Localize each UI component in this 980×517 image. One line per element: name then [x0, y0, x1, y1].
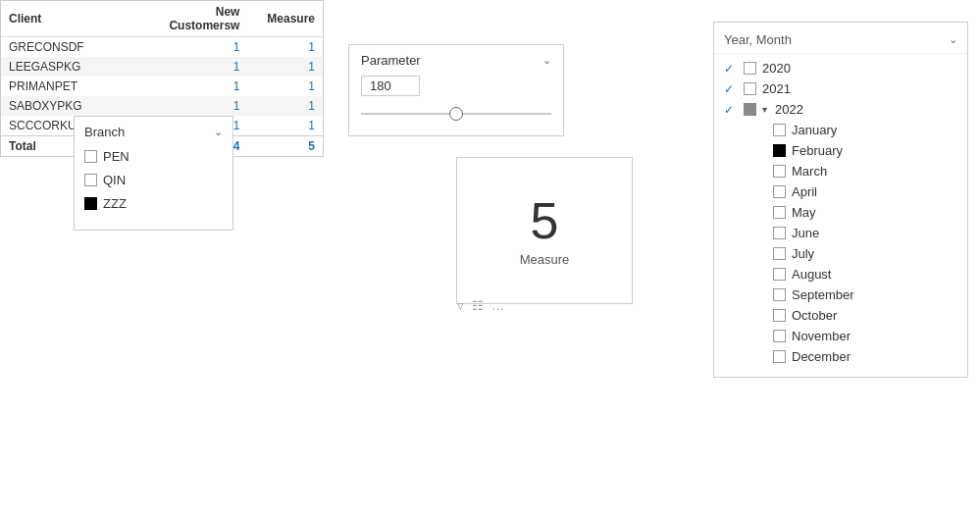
month-checkbox[interactable] — [773, 165, 786, 178]
cell-measure: 1 — [247, 77, 323, 96]
month-checkbox[interactable] — [773, 144, 786, 157]
yearmonth-month-february[interactable]: February — [714, 140, 967, 161]
parameter-value-row: 180 — [361, 76, 551, 96]
month-label: September — [792, 287, 854, 302]
year-checkbox[interactable] — [744, 103, 756, 116]
filter-icon[interactable]: ▿ — [457, 298, 464, 313]
yearmonth-month-november[interactable]: November — [714, 326, 967, 346]
year-checkbox[interactable] — [744, 82, 756, 95]
measure-number: 5 — [531, 195, 559, 246]
yearmonth-month-january[interactable]: January — [714, 120, 967, 140]
more-icon[interactable]: … — [491, 298, 504, 313]
yearmonth-month-december[interactable]: December — [714, 346, 967, 367]
table-icon[interactable]: ☷ — [472, 298, 484, 313]
table-row: PRIMANPET 1 1 — [1, 77, 323, 96]
branch-item-zzz[interactable]: ZZZ — [84, 194, 223, 213]
cell-newcustomers: 1 — [140, 57, 247, 77]
month-checkbox[interactable] — [773, 309, 786, 322]
qin-label: QIN — [103, 173, 126, 187]
measure-card: 5 Measure — [456, 157, 633, 304]
month-checkbox[interactable] — [773, 227, 786, 239]
month-label: April — [792, 184, 817, 199]
cell-newcustomers: 1 — [140, 96, 247, 116]
month-checkbox[interactable] — [773, 124, 786, 136]
yearmonth-year-2021[interactable]: ✓2021 — [714, 78, 967, 99]
year-checkbox[interactable] — [744, 62, 756, 75]
qin-checkbox[interactable] — [84, 174, 97, 186]
yearmonth-panel: Year, Month ⌄ ✓2020✓2021✓▾2022JanuaryFeb… — [713, 22, 968, 378]
cell-measure: 1 — [247, 96, 323, 116]
yearmonth-month-october[interactable]: October — [714, 305, 967, 326]
yearmonth-title: Year, Month — [724, 32, 792, 47]
cell-measure: 1 — [247, 57, 323, 77]
pen-checkbox[interactable] — [84, 150, 97, 163]
total-measure: 5 — [247, 136, 323, 157]
zzz-checkbox[interactable] — [84, 197, 97, 210]
measure-label: Measure — [520, 252, 570, 267]
year-label: 2020 — [762, 61, 791, 76]
year-expand-icon[interactable]: ▾ — [762, 104, 767, 115]
table-row: LEEGASPKG 1 1 — [1, 57, 323, 77]
yearmonth-chevron-icon[interactable]: ⌄ — [949, 33, 957, 46]
year-check-icon: ✓ — [724, 62, 738, 76]
month-checkbox[interactable] — [773, 206, 786, 219]
slider-track — [361, 113, 551, 115]
month-checkbox[interactable] — [773, 185, 786, 198]
branch-item-pen[interactable]: PEN — [84, 147, 223, 166]
zzz-label: ZZZ — [103, 196, 127, 211]
yearmonth-month-may[interactable]: May — [714, 202, 967, 223]
yearmonth-month-july[interactable]: July — [714, 243, 967, 264]
cell-client: GRECONSDF — [1, 37, 140, 58]
month-label: March — [792, 164, 827, 179]
parameter-panel: Parameter ⌄ 180 — [348, 44, 564, 136]
month-label: November — [792, 329, 851, 343]
branch-filter-panel: Branch ⌄ PEN QIN ZZZ — [74, 116, 233, 231]
month-checkbox[interactable] — [773, 247, 786, 260]
pen-label: PEN — [103, 149, 129, 164]
parameter-title: Parameter — [361, 53, 421, 68]
cell-client: PRIMANPET — [1, 77, 140, 96]
yearmonth-month-august[interactable]: August — [714, 264, 967, 284]
yearmonth-month-september[interactable]: September — [714, 284, 967, 305]
branch-item-qin[interactable]: QIN — [84, 171, 223, 189]
cell-newcustomers: 1 — [140, 37, 247, 58]
yearmonth-month-april[interactable]: April — [714, 181, 967, 202]
yearmonth-month-june[interactable]: June — [714, 223, 967, 243]
yearmonth-month-march[interactable]: March — [714, 161, 967, 181]
month-label: February — [792, 143, 843, 158]
yearmonth-year-2022[interactable]: ✓▾2022 — [714, 99, 967, 120]
cell-client: LEEGASPKG — [1, 57, 140, 77]
cell-newcustomers: 1 — [140, 77, 247, 96]
branch-header: Branch ⌄ — [84, 125, 223, 139]
measure-toolbar: ▿ ☷ … — [457, 298, 504, 313]
month-label: August — [792, 267, 831, 282]
month-label: May — [792, 205, 816, 220]
col-header-measure: Measure — [247, 1, 323, 37]
month-label: January — [792, 123, 837, 137]
yearmonth-year-2020[interactable]: ✓2020 — [714, 58, 967, 78]
month-checkbox[interactable] — [773, 288, 786, 301]
slider-thumb[interactable] — [449, 107, 463, 121]
table-row: SABOXYPKG 1 1 — [1, 96, 323, 116]
table-row: GRECONSDF 1 1 — [1, 37, 323, 58]
yearmonth-header: Year, Month ⌄ — [714, 28, 967, 54]
branch-chevron-icon[interactable]: ⌄ — [214, 126, 223, 138]
parameter-value: 180 — [361, 76, 420, 96]
col-header-client: Client — [1, 1, 140, 37]
month-label: October — [792, 308, 837, 323]
year-label: 2021 — [762, 81, 791, 96]
branch-title: Branch — [84, 125, 125, 139]
parameter-chevron-icon[interactable]: ⌄ — [542, 54, 551, 67]
yearmonth-items: ✓2020✓2021✓▾2022JanuaryFebruaryMarchApri… — [714, 54, 967, 371]
cell-measure: 1 — [247, 37, 323, 58]
month-checkbox[interactable] — [773, 350, 786, 363]
year-label: 2022 — [775, 102, 803, 117]
year-check-icon: ✓ — [724, 82, 738, 96]
cell-measure: 1 — [247, 116, 323, 136]
year-check-icon: ✓ — [724, 103, 738, 117]
parameter-slider[interactable] — [361, 104, 551, 124]
month-checkbox[interactable] — [773, 330, 786, 342]
month-checkbox[interactable] — [773, 268, 786, 281]
month-label: June — [792, 226, 819, 240]
month-label: July — [792, 246, 814, 261]
